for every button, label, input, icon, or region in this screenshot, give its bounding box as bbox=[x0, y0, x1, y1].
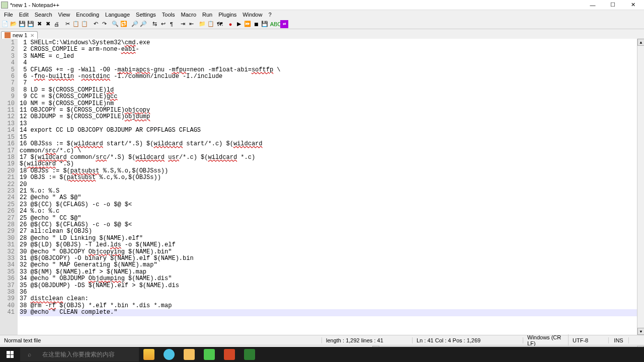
tab-new1[interactable]: new 1 ✕ bbox=[1, 31, 38, 39]
task-explorer[interactable] bbox=[179, 347, 199, 362]
scroll-down-icon[interactable]: ▼ bbox=[637, 328, 644, 335]
menu-edit[interactable]: Edit bbox=[16, 12, 32, 18]
start-button[interactable] bbox=[0, 347, 20, 362]
statusbar: Normal text file length : 1,292 lines : … bbox=[0, 335, 644, 345]
menu-run[interactable]: Run bbox=[199, 12, 215, 18]
tab-modified-icon bbox=[5, 32, 11, 38]
paste-icon[interactable]: 📋 bbox=[80, 20, 89, 28]
record-icon[interactable]: ● bbox=[226, 20, 234, 28]
menu-encoding[interactable]: Encoding bbox=[73, 12, 102, 18]
savemacro-icon[interactable]: 💾 bbox=[261, 20, 269, 28]
task-app1[interactable] bbox=[199, 347, 219, 362]
minimize-button[interactable]: — bbox=[583, 0, 603, 10]
zoomout-icon[interactable]: 🔎 bbox=[139, 20, 147, 28]
task-edge[interactable] bbox=[159, 347, 179, 362]
tabs: new 1 ✕ bbox=[0, 29, 644, 39]
play-icon[interactable]: ▶ bbox=[235, 20, 243, 28]
taskbar: ⌕ 在这里输入你要搜索的内容 bbox=[0, 347, 644, 362]
vertical-scrollbar[interactable]: ▲ ▼ bbox=[637, 39, 644, 335]
print-icon[interactable]: 🖨 bbox=[52, 20, 60, 28]
stop-icon[interactable]: ⏹ bbox=[252, 20, 260, 28]
status-filetype: Normal text file bbox=[0, 337, 322, 343]
menu-plugins[interactable]: Plugins bbox=[215, 12, 239, 18]
line-number-gutter: 1234567891011121314151617181920212223242… bbox=[0, 39, 18, 335]
indent-icon[interactable]: ⇥ bbox=[179, 20, 187, 28]
app-icon bbox=[1, 2, 8, 9]
sync-icon[interactable]: ⇆ bbox=[150, 20, 158, 28]
titlebar: *new 1 - Notepad++ — ☐ ✕ bbox=[0, 0, 644, 10]
menu-tools[interactable]: Tools bbox=[159, 12, 178, 18]
tab-label: new 1 bbox=[13, 32, 27, 38]
status-encoding: UTF-8 bbox=[569, 337, 609, 343]
outdent-icon[interactable]: ⇤ bbox=[187, 20, 195, 28]
menubar: File Edit Search View Encoding Language … bbox=[0, 10, 644, 19]
menu-settings[interactable]: Settings bbox=[133, 12, 159, 18]
windows-logo-icon bbox=[7, 351, 14, 358]
closeall-icon[interactable]: ✖ bbox=[44, 20, 52, 28]
close-icon[interactable]: ✖ bbox=[35, 20, 43, 28]
saveall-icon[interactable]: 💾 bbox=[27, 20, 35, 28]
status-insert-mode: INS bbox=[609, 337, 629, 343]
status-position: Ln : 41 Col : 4 Pos : 1,269 bbox=[413, 337, 523, 343]
playmulti-icon[interactable]: ⏩ bbox=[244, 20, 252, 28]
menu-help[interactable]: ? bbox=[265, 12, 274, 18]
status-eol: Windows (CR LF) bbox=[523, 334, 569, 346]
funclist-icon[interactable]: 📋 bbox=[207, 20, 215, 28]
spellcheck-icon[interactable]: ABC bbox=[272, 20, 280, 28]
task-powerpoint[interactable] bbox=[219, 347, 239, 362]
status-length: length : 1,292 lines : 41 bbox=[322, 337, 413, 343]
scroll-up-icon[interactable]: ▲ bbox=[637, 39, 644, 46]
search-icon[interactable]: ⌕ bbox=[20, 347, 38, 361]
code-area[interactable]: 1 SHELL=C:\Windows\System32\cmd.exe 2 CR… bbox=[18, 39, 644, 335]
folder-icon[interactable]: 📁 bbox=[198, 20, 206, 28]
close-button[interactable]: ✕ bbox=[623, 0, 643, 10]
find-icon[interactable]: 🔍 bbox=[111, 20, 119, 28]
toolbar: 📄 📂 💾 💾 ✖ ✖ 🖨 ✂ 📋 📋 ↶ ↷ 🔍 🔁 🔎 🔎 ⇆ ↩ ¶ ⇥ … bbox=[0, 19, 644, 29]
cut-icon[interactable]: ✂ bbox=[63, 20, 71, 28]
compare-icon[interactable]: ⇄ bbox=[280, 20, 288, 28]
undo-icon[interactable]: ↶ bbox=[92, 20, 100, 28]
menu-window[interactable]: Window bbox=[239, 12, 265, 18]
redo-icon[interactable]: ↷ bbox=[100, 20, 108, 28]
replace-icon[interactable]: 🔁 bbox=[120, 20, 128, 28]
copy-icon[interactable]: 📋 bbox=[72, 20, 80, 28]
open-icon[interactable]: 📂 bbox=[10, 20, 18, 28]
tab-close-icon[interactable]: ✕ bbox=[30, 33, 34, 38]
allchars-icon[interactable]: ¶ bbox=[168, 20, 176, 28]
save-icon[interactable]: 💾 bbox=[18, 20, 26, 28]
menu-file[interactable]: File bbox=[1, 12, 16, 18]
task-pen[interactable] bbox=[139, 347, 159, 362]
menu-view[interactable]: View bbox=[55, 12, 73, 18]
menu-search[interactable]: Search bbox=[32, 12, 55, 18]
menu-macro[interactable]: Macro bbox=[178, 12, 199, 18]
wrap-icon[interactable]: ↩ bbox=[159, 20, 167, 28]
window-title: *new 1 - Notepad++ bbox=[10, 2, 583, 8]
task-app2[interactable] bbox=[239, 347, 260, 362]
docmap-icon[interactable]: 🗺 bbox=[215, 20, 223, 28]
editor: 1234567891011121314151617181920212223242… bbox=[0, 39, 644, 335]
search-input[interactable]: 在这里输入你要搜索的内容 bbox=[38, 347, 139, 361]
menu-language[interactable]: Language bbox=[102, 12, 133, 18]
zoomin-icon[interactable]: 🔎 bbox=[131, 20, 139, 28]
maximize-button[interactable]: ☐ bbox=[603, 0, 623, 10]
new-icon[interactable]: 📄 bbox=[1, 20, 9, 28]
